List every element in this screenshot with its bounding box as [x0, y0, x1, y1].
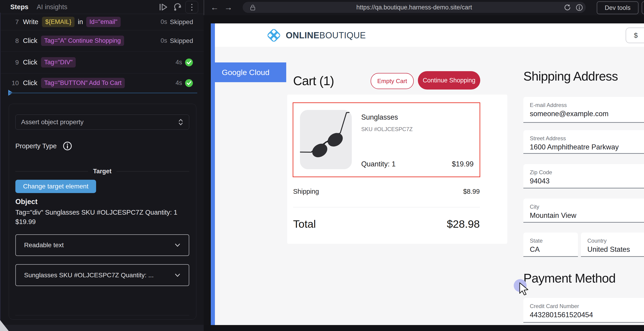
step-duration: 0s [160, 18, 167, 26]
continue-shopping-button[interactable]: Continue Shopping [418, 71, 480, 90]
step-number: 8 [8, 37, 19, 45]
step-action: Write [23, 18, 38, 26]
cart-title: Cart (1) [293, 74, 334, 88]
step-passed-icon [185, 58, 193, 67]
assertion-editor-card: Assert object property Property Type Tar… [9, 104, 196, 319]
kebab-icon [191, 4, 192, 5]
object-heading: Object [15, 198, 38, 206]
step-number: 7 [8, 18, 19, 26]
total-value: $28.98 [287, 218, 480, 230]
step-target-badge: Tag="BUTTON" Add To Cart [41, 78, 125, 88]
step-status: Skipped [170, 18, 193, 26]
step-progress-line [9, 93, 197, 93]
email-field[interactable]: E-mail Address someone@example.com [523, 97, 644, 123]
site-name: ONLINEBOUTIQUE [286, 31, 366, 40]
assert-action-select[interactable]: Assert object property [15, 115, 189, 130]
currency-symbol: $ [634, 32, 638, 39]
chevron-down-icon [174, 273, 180, 277]
site-footer-bar [204, 325, 644, 331]
street-address-field[interactable]: Street Address 1600 Amphitheatre Parkway [523, 130, 644, 154]
more-options-button[interactable] [185, 1, 198, 13]
devtools-button[interactable]: Dev tools [597, 2, 638, 14]
url-text: https://qa.boutique.harness-demo.site/ca… [243, 2, 586, 13]
credit-card-number-field[interactable]: Credit Card Number 4432801561520454 [523, 298, 644, 323]
step-row-10[interactable]: 10 Click Tag="BUTTON" Add To Cart 4s [0, 73, 204, 93]
step-action: Click [23, 59, 38, 66]
toolbar-extra-button[interactable] [642, 2, 644, 14]
step-action: Click [23, 79, 38, 87]
mouse-cursor-icon [519, 282, 531, 295]
step-row-7[interactable]: 7 Write ${EMAIL} in Id="email" 0s Skippe… [0, 14, 204, 30]
product-image [300, 110, 352, 169]
step-connector: in [78, 18, 83, 26]
card-divider [15, 315, 189, 315]
step-action: Click [23, 37, 38, 45]
step-target-badge: Tag="DIV" [41, 57, 76, 68]
state-field[interactable]: State CA [523, 232, 578, 257]
boutique-diamond-icon [266, 27, 282, 44]
zip-code-field[interactable]: Zip Code 94043 [523, 164, 644, 188]
step-status: Skipped [170, 37, 193, 45]
shipping-address-title: Shipping Address [523, 69, 618, 84]
sunglasses-image [300, 110, 352, 169]
step-target-badge: Id="email" [86, 17, 121, 27]
address-bar[interactable]: https://qa.boutique.harness-demo.site/ca… [243, 2, 586, 13]
step-duration: 4s [176, 79, 182, 87]
site-logo[interactable]: ONLINEBOUTIQUE [266, 27, 366, 44]
step-row-9[interactable]: 9 Click Tag="DIV" 4s [0, 52, 204, 74]
target-section-label: Target [93, 168, 112, 175]
step-row-8[interactable]: 8 Click Tag="A" Continue Shopping 0s Ski… [0, 30, 204, 52]
city-field[interactable]: City Mountain View [523, 199, 644, 223]
step-duration: 0s [160, 37, 167, 44]
google-cloud-badge: Google Cloud [215, 63, 286, 82]
currency-selector[interactable]: $ U [626, 28, 644, 43]
product-price: $19.99 [452, 160, 474, 168]
google-cloud-ribbon [211, 24, 215, 325]
step-target-badge: Tag="A" Continue Shopping [41, 36, 124, 46]
property-type-label: Property Type [15, 142, 57, 150]
panel-header: Steps AI insights [0, 0, 204, 14]
reload-icon[interactable] [564, 4, 571, 11]
page-left-gutter [204, 15, 211, 331]
cart-item-highlighted[interactable]: Sunglasses SKU #OLJCESPC7Z Quantity: 1 $… [293, 102, 480, 177]
step-passed-icon [185, 79, 193, 87]
empty-cart-button[interactable]: Empty Cart [370, 73, 414, 89]
product-quantity: Quantity: 1 [361, 160, 396, 168]
forward-button[interactable]: → [224, 3, 232, 12]
country-field[interactable]: Country United States [581, 232, 644, 257]
chevron-updown-icon [178, 118, 184, 126]
step-value-badge: ${EMAIL} [42, 17, 74, 27]
browser-toolbar: ← → https://qa.boutique.harness-demo.sit… [204, 0, 644, 15]
change-target-element-button[interactable]: Change target element [15, 180, 96, 193]
property-select[interactable]: Readable text [15, 234, 189, 256]
object-value-select[interactable]: Sunglasses SKU #OLJCESPC7Z Quantity: ... [15, 264, 189, 286]
back-button[interactable]: ← [210, 3, 219, 12]
object-description: Tag="div" Sunglasses SKU #OLJCESPC7Z Qua… [15, 208, 183, 227]
payment-method-title: Payment Method [523, 271, 616, 285]
test-steps-panel: Steps AI insights 7 Write ${EMAIL} in [0, 0, 204, 331]
step-number: 9 [8, 59, 19, 66]
shipping-cost-value: $8.99 [287, 188, 480, 195]
screen: Steps AI insights 7 Write ${EMAIL} in [0, 0, 644, 331]
target-section-divider: Target [15, 168, 189, 175]
panel-footer-bar [0, 325, 204, 331]
rerun-icon[interactable] [173, 2, 182, 12]
step-duration: 4s [176, 59, 182, 66]
tab-ai-insights[interactable]: AI insights [37, 0, 68, 14]
tab-steps[interactable]: Steps [10, 0, 28, 14]
page-info-icon[interactable] [576, 4, 583, 11]
product-name: Sunglasses [361, 113, 398, 121]
product-sku: SKU #OLJCESPC7Z [361, 126, 412, 132]
resume-run-icon[interactable] [159, 3, 168, 11]
info-icon[interactable] [62, 141, 72, 151]
site-top-banner [211, 15, 644, 24]
site-header: ONLINEBOUTIQUE $ U [211, 24, 644, 47]
chevron-down-icon [174, 243, 180, 247]
step-number: 10 [8, 79, 19, 87]
